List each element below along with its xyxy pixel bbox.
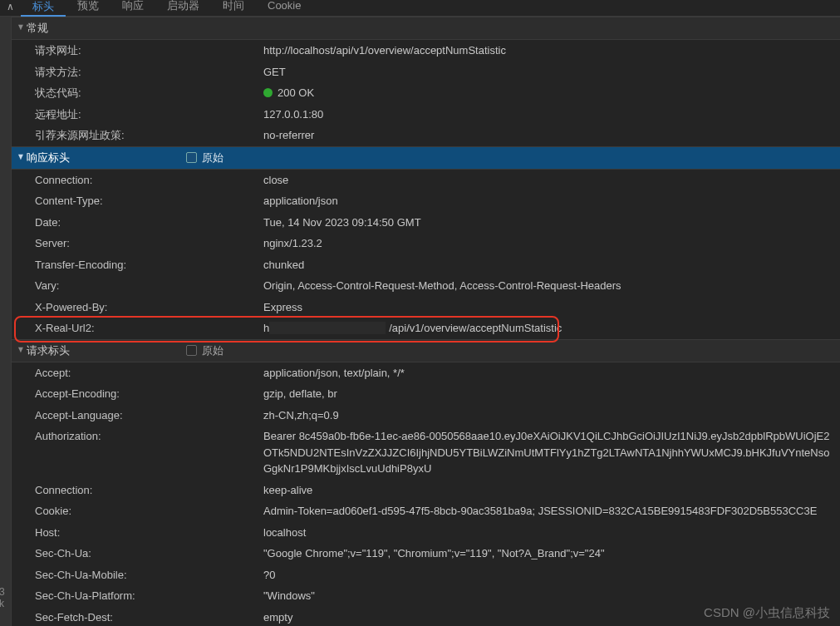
header-value: Bearer 8c459a0b-fb6e-11ec-ae86-0050568aa… bbox=[263, 428, 833, 477]
header-label: Sec-Ch-Ua-Mobile: bbox=[35, 567, 263, 584]
header-label: Authorization: bbox=[35, 428, 263, 477]
header-value: ?0 bbox=[263, 567, 833, 584]
checkbox-icon[interactable] bbox=[186, 345, 197, 356]
header-row: 请求网址:http://localhost/api/v1/overview/ac… bbox=[12, 40, 840, 62]
redacted-block bbox=[269, 322, 386, 334]
header-row: Server:nginx/1.23.2 bbox=[12, 233, 840, 254]
header-value: close bbox=[263, 172, 833, 189]
tabs-bar: ∧ 标头 预览 响应 启动器 时间 Cookie bbox=[0, 0, 840, 17]
header-label: 请求方法: bbox=[35, 64, 263, 81]
header-row: 引荐来源网址政策:no-referrer bbox=[12, 125, 840, 146]
header-row: Sec-Ch-Ua:"Google Chrome";v="119", "Chro… bbox=[12, 543, 840, 564]
header-row: Accept:application/json, text/plain, */* bbox=[12, 362, 840, 384]
header-value: Tue, 14 Nov 2023 09:14:50 GMT bbox=[263, 214, 833, 231]
size-label: 3 k bbox=[0, 586, 11, 609]
header-label: X-Powered-By: bbox=[35, 299, 263, 316]
checkbox-icon[interactable] bbox=[186, 152, 197, 163]
tab-timing[interactable]: 时间 bbox=[211, 0, 256, 16]
header-label: Sec-Fetch-Dest: bbox=[35, 609, 263, 626]
raw-toggle[interactable]: 原始 bbox=[186, 150, 224, 165]
header-label: 引荐来源网址政策: bbox=[35, 127, 263, 144]
chevron-down-icon: ▼ bbox=[17, 151, 25, 161]
raw-toggle[interactable]: 原始 bbox=[186, 343, 224, 358]
header-value: keep-alive bbox=[263, 482, 833, 499]
header-value: "Google Chrome";v="119", "Chromium";v="1… bbox=[263, 545, 833, 562]
header-value: Origin, Access-Control-Request-Method, A… bbox=[263, 278, 833, 294]
section-request-headers[interactable]: ▼ 请求标头 原始 bbox=[12, 339, 840, 362]
header-label: Connection: bbox=[35, 172, 263, 189]
tab-headers[interactable]: 标头 bbox=[21, 0, 66, 17]
header-row: X-Real-Url2:h/api/v1/overview/acceptNumS… bbox=[12, 318, 840, 339]
header-row: Cookie:Admin-Token=ad060ef1-d595-47f5-8b… bbox=[12, 500, 840, 522]
header-row: 远程地址:127.0.0.1:80 bbox=[12, 104, 840, 126]
header-value: nginx/1.23.2 bbox=[263, 235, 833, 252]
header-value: chunked bbox=[263, 257, 833, 274]
headers-panel: ▼ 常规 请求网址:http://localhost/api/v1/overvi… bbox=[0, 17, 840, 626]
header-value: zh-CN,zh;q=0.9 bbox=[263, 407, 833, 424]
header-row: Vary:Origin, Access-Control-Request-Meth… bbox=[12, 275, 840, 297]
tab-response[interactable]: 响应 bbox=[111, 0, 155, 16]
header-label: Server: bbox=[35, 235, 263, 252]
tab-initiator[interactable]: 启动器 bbox=[155, 0, 211, 16]
collapse-icon[interactable]: ∧ bbox=[3, 1, 21, 16]
header-label: Content-Type: bbox=[35, 193, 263, 209]
chevron-down-icon: ▼ bbox=[17, 344, 25, 354]
header-label: Sec-Ch-Ua: bbox=[35, 545, 263, 562]
header-row: Connection:close bbox=[12, 170, 840, 191]
header-label: Sec-Ch-Ua-Platform: bbox=[35, 588, 263, 604]
header-row: 状态代码:200 OK bbox=[12, 82, 840, 104]
header-row: Transfer-Encoding:chunked bbox=[12, 254, 840, 276]
section-title: 请求标头 bbox=[27, 343, 70, 358]
left-gutter: 3 k bbox=[0, 17, 12, 626]
header-row: Accept-Language:zh-CN,zh;q=0.9 bbox=[12, 405, 840, 426]
tab-preview[interactable]: 预览 bbox=[66, 0, 111, 16]
tab-cookie[interactable]: Cookie bbox=[256, 0, 312, 16]
header-label: X-Real-Url2: bbox=[35, 320, 263, 337]
chevron-down-icon: ▼ bbox=[17, 22, 25, 32]
header-row: Sec-Ch-Ua-Platform:"Windows" bbox=[12, 585, 840, 607]
watermark: CSDN @小虫信息科技 bbox=[704, 605, 830, 621]
header-label: Date: bbox=[35, 214, 263, 231]
header-label: Vary: bbox=[35, 278, 263, 294]
header-value: application/json, text/plain, */* bbox=[263, 365, 833, 382]
header-row: Authorization:Bearer 8c459a0b-fb6e-11ec-… bbox=[12, 426, 840, 480]
header-row: Host:localhost bbox=[12, 522, 840, 544]
header-label: 请求网址: bbox=[35, 42, 263, 59]
header-row: Date:Tue, 14 Nov 2023 09:14:50 GMT bbox=[12, 212, 840, 234]
header-value: localhost bbox=[263, 525, 833, 541]
header-row: Content-Type:application/json bbox=[12, 190, 840, 212]
section-response-headers[interactable]: ▼ 响应标头 原始 bbox=[12, 146, 840, 170]
header-row: 请求方法:GET bbox=[12, 62, 840, 83]
header-row: Connection:keep-alive bbox=[12, 480, 840, 501]
header-row: Sec-Ch-Ua-Mobile:?0 bbox=[12, 564, 840, 586]
status-dot-icon bbox=[263, 88, 273, 97]
header-value: application/json bbox=[263, 193, 833, 209]
header-value: 200 OK bbox=[263, 85, 833, 101]
header-label: Accept-Language: bbox=[35, 407, 263, 424]
section-title: 响应标头 bbox=[27, 150, 70, 165]
header-value: 127.0.0.1:80 bbox=[263, 106, 833, 123]
header-label: Accept: bbox=[35, 365, 263, 382]
section-title: 常规 bbox=[27, 21, 48, 36]
section-general[interactable]: ▼ 常规 bbox=[12, 17, 840, 40]
header-value: Admin-Token=ad060ef1-d595-47f5-8bcb-90ac… bbox=[263, 503, 833, 520]
header-label: Cookie: bbox=[35, 503, 263, 520]
raw-label: 原始 bbox=[202, 343, 224, 358]
raw-label: 原始 bbox=[202, 150, 224, 165]
header-value: http://localhost/api/v1/overview/acceptN… bbox=[263, 42, 833, 59]
header-label: 远程地址: bbox=[35, 106, 263, 123]
header-label: Accept-Encoding: bbox=[35, 386, 263, 402]
header-label: Connection: bbox=[35, 482, 263, 499]
header-value: gzip, deflate, br bbox=[263, 386, 833, 402]
header-label: Transfer-Encoding: bbox=[35, 257, 263, 274]
header-value: Express bbox=[263, 299, 833, 316]
header-row: X-Powered-By:Express bbox=[12, 297, 840, 318]
header-value: "Windows" bbox=[263, 588, 833, 604]
header-value: h/api/v1/overview/acceptNumStatistic bbox=[263, 320, 833, 337]
header-label: Host: bbox=[35, 525, 263, 541]
header-value: no-referrer bbox=[263, 127, 833, 144]
header-value: GET bbox=[263, 64, 833, 81]
header-label: 状态代码: bbox=[35, 85, 263, 101]
header-row: Accept-Encoding:gzip, deflate, br bbox=[12, 383, 840, 405]
